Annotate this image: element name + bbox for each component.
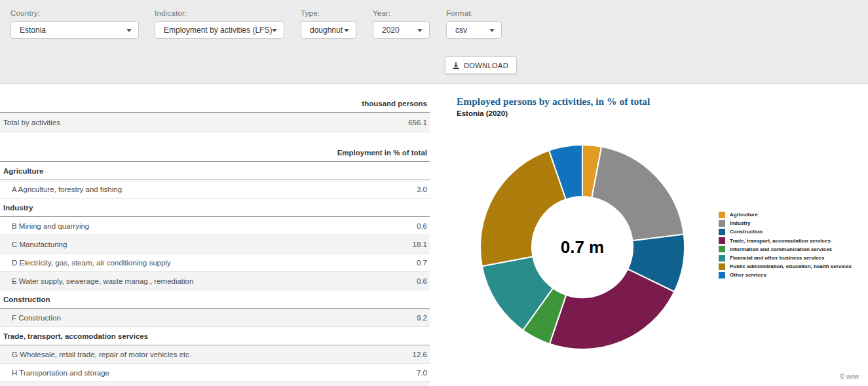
row-value: 9.2: [417, 314, 430, 322]
legend-swatch: [719, 272, 725, 279]
column-header: Employment in % of total: [337, 149, 430, 157]
chevron-down-icon: [489, 29, 495, 32]
row-label: Construction: [0, 296, 430, 303]
row-label: Agriculture: [0, 167, 430, 175]
legend-label: Other services: [730, 272, 766, 278]
format-label: Format:: [446, 9, 502, 17]
chevron-down-icon: [126, 29, 132, 32]
table-row: thousand persons: [0, 95, 430, 113]
watermark: © wiiw: [840, 373, 859, 380]
table-row: [0, 382, 430, 386]
toolbar: Country:EstoniaIndicator:Employment by a…: [0, 0, 868, 84]
field-format: Format:csv: [446, 9, 502, 39]
legend-item[interactable]: Other services: [719, 271, 852, 279]
column-header: thousand persons: [362, 100, 430, 107]
row-value: 0.6: [417, 222, 430, 230]
legend-item[interactable]: Trade, transport, accomodation services: [719, 237, 852, 245]
row-label: Industry: [0, 204, 430, 212]
row-label: D Electricity, gas, steam, air condition…: [0, 259, 417, 267]
country-selected-value: Estonia: [20, 26, 46, 35]
row-value: 0.6: [417, 277, 430, 285]
indicator-select[interactable]: Employment by activities (LFS): [155, 21, 284, 39]
field-indicator: Indicator:Employment by activities (LFS): [155, 9, 284, 39]
table-row: A Agriculture, forestry and fishing3.0: [0, 180, 430, 199]
doughnut-chart: [467, 132, 698, 362]
type-label: Type:: [301, 9, 356, 17]
row-label: Trade, transport, accomodation services: [0, 332, 430, 340]
table-row: D Electricity, gas, steam, air condition…: [0, 254, 430, 272]
table-row: B Mining and quarrying0.6: [0, 217, 430, 235]
donut-slice-industry[interactable]: [592, 147, 683, 241]
row-value: 7.0: [417, 369, 430, 377]
format-select[interactable]: csv: [446, 21, 502, 39]
employment-table: thousand personsTotal by activities656.1…: [0, 95, 430, 386]
table-row: Total by activities656.1: [0, 113, 430, 132]
donut-slice-public-administration-education-health-services[interactable]: [480, 151, 566, 267]
table-spacer: [0, 132, 430, 144]
legend-label: Trade, transport, accomodation services: [730, 238, 831, 244]
table-group-row: Construction: [0, 290, 430, 309]
row-label: E Water supply, sewerage, waste manag., …: [0, 277, 417, 285]
legend-swatch: [719, 212, 725, 218]
download-label: DOWNLOAD: [464, 62, 508, 69]
year-select[interactable]: 2020: [373, 21, 430, 39]
row-value: 18.1: [413, 241, 430, 248]
legend-swatch: [719, 220, 725, 227]
legend-item[interactable]: Construction: [719, 227, 852, 236]
table-row: F Construction9.2: [0, 309, 430, 327]
row-label: C Manufacturing: [0, 241, 413, 248]
year-selected-value: 2020: [382, 26, 400, 35]
legend-item[interactable]: Financial and other business services: [719, 254, 852, 262]
row-label: A Agriculture, forestry and fishing: [0, 185, 417, 193]
legend-item[interactable]: Industry: [719, 219, 852, 227]
row-label: G Wholesale, retail trade, repair of mot…: [0, 351, 413, 358]
download-icon: [452, 62, 460, 69]
table-group-row: Agriculture: [0, 162, 430, 180]
legend-swatch: [719, 255, 725, 261]
legend-swatch: [719, 237, 725, 244]
chevron-down-icon: [344, 29, 349, 32]
field-type: Type:doughnut: [301, 9, 356, 39]
type-selected-value: doughnut: [310, 26, 343, 35]
row-value: 656.1: [408, 119, 430, 126]
chart-subtitle: Estonia (2020): [457, 109, 508, 117]
table-group-row: Trade, transport, accomodation services: [0, 327, 430, 345]
country-select[interactable]: Estonia: [10, 21, 139, 39]
legend-label: Industry: [730, 220, 751, 226]
table-row: H Transportation and storage7.0: [0, 364, 430, 382]
legend-label: Agriculture: [730, 212, 758, 218]
row-value: 3.0: [417, 185, 430, 193]
row-label: H Transportation and storage: [0, 369, 417, 377]
legend-item[interactable]: Information and communication services: [719, 245, 852, 254]
row-label: B Mining and quarrying: [0, 222, 417, 230]
table-row: E Water supply, sewerage, waste manag., …: [0, 272, 430, 290]
legend-item[interactable]: Public administration, education, health…: [719, 262, 852, 271]
table-group-row: Industry: [0, 199, 430, 217]
table-row: Employment in % of total: [0, 144, 430, 162]
row-label: F Construction: [0, 314, 417, 322]
chevron-down-icon: [417, 29, 423, 32]
legend-label: Information and communication services: [730, 246, 832, 252]
table-row: C Manufacturing18.1: [0, 235, 430, 254]
download-button[interactable]: DOWNLOAD: [445, 56, 517, 74]
field-country: Country:Estonia: [10, 9, 139, 39]
indicator-label: Indicator:: [155, 9, 284, 17]
chevron-down-icon: [272, 29, 277, 32]
chart-title: Employed persons by activities, in % of …: [457, 96, 650, 107]
format-selected-value: csv: [455, 26, 467, 35]
row-label: Total by activities: [0, 119, 408, 126]
app: { "toolbar": { "fields": [ {"id": "count…: [0, 0, 868, 386]
legend-label: Financial and other business services: [730, 255, 825, 261]
type-select[interactable]: doughnut: [301, 21, 356, 39]
row-value: 0.7: [417, 259, 430, 267]
table-row: G Wholesale, retail trade, repair of mot…: [0, 345, 430, 364]
year-label: Year:: [373, 9, 430, 17]
chart-legend: AgricultureIndustryConstructionTrade, tr…: [719, 210, 852, 280]
indicator-selected-value: Employment by activities (LFS): [164, 26, 272, 35]
legend-label: Construction: [730, 229, 763, 235]
legend-swatch: [719, 229, 725, 235]
field-year: Year:2020: [373, 9, 430, 39]
legend-label: Public administration, education, health…: [730, 263, 852, 269]
legend-item[interactable]: Agriculture: [719, 210, 852, 219]
row-value: 12.6: [413, 351, 430, 358]
